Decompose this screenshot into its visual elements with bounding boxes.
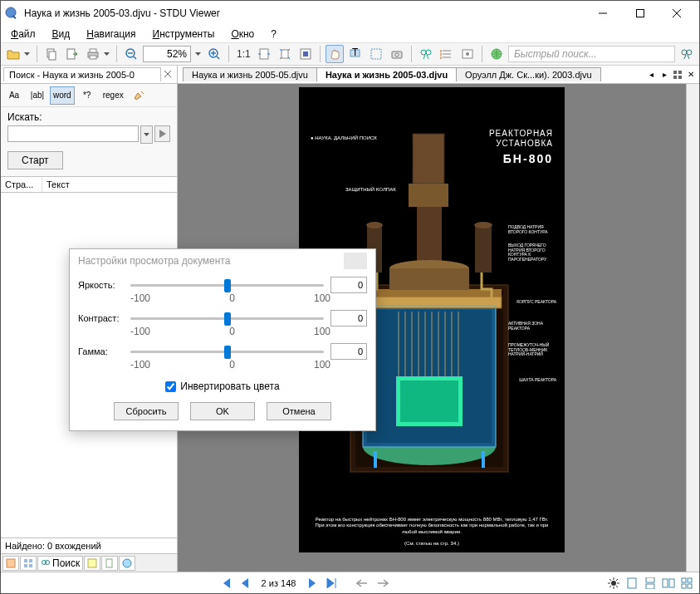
- svg-rect-45: [24, 564, 27, 567]
- invert-colors-checkbox[interactable]: [165, 381, 176, 392]
- close-button[interactable]: [658, 2, 696, 25]
- nav-back[interactable]: [355, 576, 370, 591]
- view-single-page[interactable]: [624, 576, 639, 591]
- bookmarks-button[interactable]: [438, 45, 456, 63]
- contrast-slider[interactable]: [130, 309, 324, 327]
- actual-size-button[interactable]: 1:1: [234, 45, 252, 63]
- brightness-slider[interactable]: [130, 276, 324, 294]
- panel-tab-pages[interactable]: [101, 556, 118, 571]
- panel-tab-contents[interactable]: [2, 556, 19, 571]
- gamma-value[interactable]: 0: [330, 343, 367, 360]
- export-button[interactable]: [63, 45, 81, 63]
- mode-highlight[interactable]: [129, 86, 150, 105]
- dialog-close-button[interactable]: [344, 253, 367, 269]
- brightness-label: Яркость:: [78, 280, 124, 290]
- nav-prev-page[interactable]: [237, 576, 252, 591]
- menu-navigation[interactable]: Навигация: [80, 27, 142, 41]
- fit-width-button[interactable]: [255, 45, 273, 63]
- hand-tool[interactable]: [326, 45, 344, 63]
- print-dropdown[interactable]: [102, 45, 111, 63]
- globe-button[interactable]: [487, 45, 506, 63]
- nav-last-page[interactable]: [324, 576, 339, 591]
- doc-tab-3[interactable]: Оруэлл Дж. Ск...ки). 2003.djvu: [456, 67, 600, 81]
- minimize-button[interactable]: [584, 2, 621, 25]
- page-caption: Реактор на быстрых нейтронах БН-800 имее…: [311, 517, 553, 536]
- search-next-button[interactable]: [154, 125, 170, 142]
- view-continuous[interactable]: [643, 576, 658, 591]
- fit-content-button[interactable]: [296, 45, 315, 63]
- svg-rect-94: [628, 578, 636, 588]
- svg-rect-44: [29, 559, 32, 562]
- mode-wildcard[interactable]: *?: [76, 86, 98, 105]
- zoom-in-button[interactable]: [205, 45, 223, 63]
- view-facing[interactable]: [661, 576, 676, 591]
- panel-tab-search[interactable]: Поиск: [37, 556, 83, 571]
- display-settings-icon[interactable]: [606, 576, 621, 591]
- start-search-button[interactable]: Старт: [7, 151, 63, 169]
- nav-forward[interactable]: [374, 576, 389, 591]
- zoom-out-button[interactable]: [122, 45, 140, 63]
- mode-regex[interactable]: regex: [100, 86, 127, 105]
- cancel-button[interactable]: Отмена: [267, 402, 331, 420]
- select-region-tool[interactable]: [367, 45, 385, 63]
- copy-button[interactable]: [42, 45, 61, 63]
- nav-next-page[interactable]: [305, 576, 320, 591]
- menu-help[interactable]: ?: [264, 27, 283, 41]
- mode-whole[interactable]: |ab|: [27, 86, 48, 105]
- search-panel-close[interactable]: [161, 68, 174, 81]
- search-input[interactable]: [7, 125, 139, 142]
- settings-button[interactable]: [458, 45, 477, 63]
- fit-page-button[interactable]: [276, 45, 294, 63]
- svg-point-37: [687, 50, 692, 55]
- quick-search-input[interactable]: Быстрый поиск...: [508, 46, 675, 62]
- result-col-text[interactable]: Текст: [42, 177, 74, 192]
- svg-line-32: [427, 55, 428, 59]
- doc-tab-1[interactable]: Наука и жизнь 2005-05.djvu: [183, 67, 317, 81]
- svg-rect-3: [636, 10, 644, 17]
- zoom-dropdown[interactable]: [193, 45, 203, 63]
- panel-tab-bookmarks[interactable]: [84, 556, 100, 571]
- view-grid[interactable]: [679, 576, 694, 591]
- svg-rect-50: [106, 559, 112, 567]
- mode-word[interactable]: word: [50, 86, 75, 105]
- menu-view[interactable]: Вид: [46, 27, 77, 41]
- panel-tab-thumbnails[interactable]: [20, 556, 37, 571]
- brightness-value[interactable]: 0: [330, 277, 367, 293]
- svg-rect-73: [357, 297, 502, 308]
- vertical-scrollbar[interactable]: [686, 84, 699, 572]
- tab-scroll-right[interactable]: ▸: [658, 69, 670, 81]
- app-icon: [4, 6, 19, 21]
- quicksearch-go[interactable]: [678, 45, 696, 63]
- mode-case[interactable]: Aa: [3, 86, 25, 105]
- open-button[interactable]: [4, 45, 22, 63]
- contrast-value[interactable]: 0: [330, 310, 367, 326]
- open-dropdown[interactable]: [22, 45, 32, 63]
- zoom-level-combo[interactable]: 52%: [143, 46, 191, 62]
- select-text-tool[interactable]: T: [346, 45, 365, 63]
- page-indicator[interactable]: 2 из 148: [257, 578, 301, 588]
- reset-button[interactable]: Сбросить: [114, 402, 179, 420]
- menu-file[interactable]: Файл: [4, 27, 42, 41]
- ok-button[interactable]: OK: [190, 402, 255, 420]
- menu-tools[interactable]: Инструменты: [146, 27, 222, 41]
- maximize-button[interactable]: [621, 2, 658, 25]
- svg-point-85: [611, 581, 616, 586]
- tab-close-button[interactable]: ✕: [685, 69, 697, 81]
- doc-tab-2[interactable]: Наука и жизнь 2005-03.djvu: [316, 67, 457, 81]
- find-button[interactable]: [417, 45, 435, 63]
- gamma-slider[interactable]: [130, 342, 324, 361]
- search-panel-tab[interactable]: Поиск - Наука и жизнь 2005-0: [3, 67, 161, 81]
- search-history-dropdown[interactable]: [140, 125, 153, 144]
- invert-colors-label: Инвертировать цвета: [180, 380, 279, 392]
- snapshot-tool[interactable]: [388, 45, 406, 63]
- svg-rect-52: [673, 71, 677, 74]
- tab-list-button[interactable]: [672, 69, 683, 81]
- svg-rect-23: [303, 52, 308, 56]
- menu-window[interactable]: Окно: [224, 27, 261, 41]
- nav-first-page[interactable]: [218, 576, 233, 591]
- svg-rect-102: [688, 584, 692, 588]
- result-col-page[interactable]: Стра...: [1, 177, 42, 192]
- panel-tab-info[interactable]: [119, 556, 135, 571]
- tab-scroll-left[interactable]: ◂: [645, 69, 657, 81]
- print-button[interactable]: [84, 45, 102, 63]
